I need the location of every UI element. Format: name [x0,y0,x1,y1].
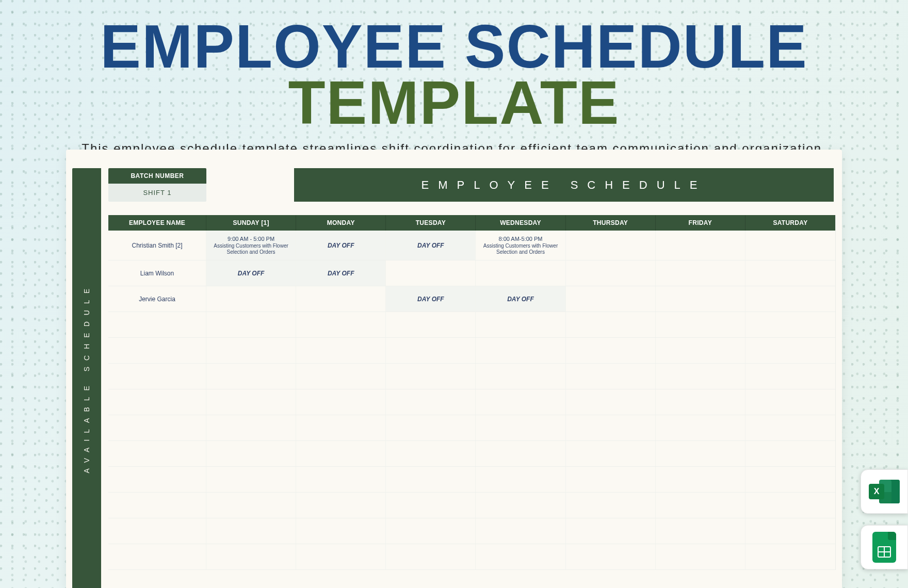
employee-name-cell[interactable] [108,338,206,363]
schedule-cell[interactable] [476,312,565,337]
schedule-cell[interactable] [296,338,386,363]
employee-name-cell[interactable] [108,518,206,544]
schedule-cell[interactable] [476,493,565,518]
schedule-cell[interactable] [566,467,656,492]
schedule-cell[interactable] [566,518,656,544]
employee-name-cell[interactable] [108,389,206,415]
schedule-cell[interactable] [566,389,656,415]
schedule-cell[interactable] [656,544,745,569]
employee-name-cell[interactable]: Christian Smith [2] [108,231,206,260]
schedule-cell[interactable] [656,231,745,260]
schedule-cell[interactable]: DAY OFF [206,260,296,286]
schedule-cell[interactable]: DAY OFF [386,286,476,312]
employee-name-cell[interactable] [108,544,206,569]
schedule-cell[interactable] [476,364,565,389]
schedule-cell[interactable] [566,286,656,312]
schedule-cell[interactable] [476,389,565,415]
employee-name-cell[interactable]: Liam Wilson [108,260,206,286]
schedule-cell[interactable] [745,441,835,466]
employee-name-cell[interactable] [108,312,206,337]
schedule-cell[interactable] [745,493,835,518]
employee-name-cell[interactable] [108,493,206,518]
employee-name-cell[interactable] [108,415,206,440]
schedule-cell[interactable] [206,312,296,337]
schedule-cell[interactable] [386,389,476,415]
schedule-cell[interactable] [386,467,476,492]
schedule-cell[interactable] [566,231,656,260]
schedule-cell[interactable] [386,312,476,337]
schedule-cell[interactable] [386,493,476,518]
schedule-cell[interactable] [296,467,386,492]
schedule-cell[interactable] [386,518,476,544]
schedule-cell[interactable] [296,544,386,569]
schedule-cell[interactable]: 9:00 AM - 5:00 PMAssisting Customers wit… [206,231,296,260]
schedule-cell[interactable] [745,231,835,260]
schedule-cell[interactable] [656,364,745,389]
google-sheets-badge[interactable] [861,525,908,569]
schedule-cell[interactable] [745,518,835,544]
schedule-cell[interactable] [476,544,565,569]
schedule-cell[interactable] [656,338,745,363]
schedule-cell[interactable] [296,415,386,440]
schedule-cell[interactable]: DAY OFF [296,260,386,286]
schedule-cell[interactable] [656,260,745,286]
schedule-cell[interactable] [566,312,656,337]
schedule-cell[interactable]: 8:00 AM-5:00 PMAssisting Customers with … [476,231,565,260]
schedule-cell[interactable] [745,260,835,286]
schedule-cell[interactable]: DAY OFF [476,286,565,312]
employee-name-cell[interactable] [108,467,206,492]
schedule-cell[interactable] [296,312,386,337]
schedule-cell[interactable] [206,544,296,569]
schedule-cell[interactable] [566,338,656,363]
schedule-cell[interactable] [745,338,835,363]
schedule-cell[interactable] [206,467,296,492]
schedule-cell[interactable] [296,286,386,312]
schedule-cell[interactable] [386,338,476,363]
schedule-cell[interactable] [745,467,835,492]
schedule-cell[interactable]: DAY OFF [296,231,386,260]
schedule-cell[interactable] [656,312,745,337]
employee-name-cell[interactable] [108,441,206,466]
schedule-cell[interactable] [386,441,476,466]
excel-badge[interactable]: X [861,469,908,514]
schedule-cell[interactable] [206,364,296,389]
schedule-cell[interactable] [566,260,656,286]
schedule-cell[interactable] [206,338,296,363]
schedule-cell[interactable] [745,544,835,569]
schedule-cell[interactable]: DAY OFF [386,231,476,260]
schedule-cell[interactable] [386,260,476,286]
schedule-cell[interactable] [206,441,296,466]
schedule-cell[interactable] [206,415,296,440]
schedule-cell[interactable] [476,338,565,363]
schedule-cell[interactable] [386,415,476,440]
schedule-cell[interactable] [206,493,296,518]
schedule-cell[interactable] [656,518,745,544]
schedule-cell[interactable] [656,286,745,312]
schedule-cell[interactable] [656,493,745,518]
schedule-cell[interactable] [745,415,835,440]
schedule-cell[interactable] [566,493,656,518]
schedule-cell[interactable] [745,389,835,415]
schedule-cell[interactable] [476,441,565,466]
schedule-cell[interactable] [566,415,656,440]
schedule-cell[interactable] [566,544,656,569]
schedule-cell[interactable] [206,518,296,544]
employee-name-cell[interactable] [108,364,206,389]
schedule-cell[interactable] [296,493,386,518]
schedule-cell[interactable] [656,389,745,415]
schedule-cell[interactable] [296,441,386,466]
schedule-cell[interactable] [656,441,745,466]
schedule-cell[interactable] [386,364,476,389]
schedule-cell[interactable] [296,389,386,415]
schedule-cell[interactable] [656,415,745,440]
schedule-cell[interactable] [386,544,476,569]
schedule-cell[interactable] [745,364,835,389]
schedule-cell[interactable] [206,389,296,415]
schedule-cell[interactable] [476,415,565,440]
schedule-cell[interactable] [296,364,386,389]
schedule-cell[interactable] [296,518,386,544]
schedule-cell[interactable] [566,441,656,466]
schedule-cell[interactable] [566,364,656,389]
schedule-cell[interactable] [476,467,565,492]
schedule-cell[interactable] [476,518,565,544]
